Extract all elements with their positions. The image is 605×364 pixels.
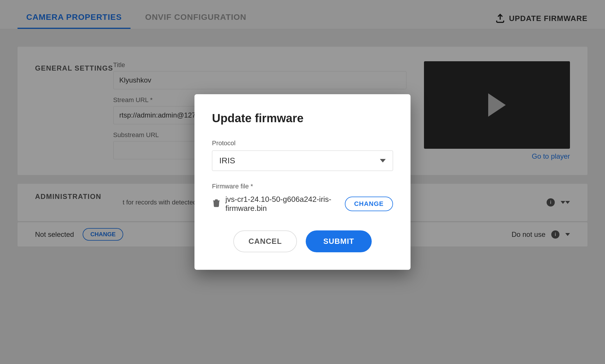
update-firmware-modal: Update firmware Protocol IRIS Firmware f…	[194, 94, 411, 270]
submit-button[interactable]: SUBMIT	[306, 230, 372, 252]
firmware-file-left: jvs-cr1-24.10-50-g606a242-iris-firmware.…	[212, 195, 345, 213]
trash-icon[interactable]	[212, 199, 221, 209]
protocol-value: IRIS	[219, 156, 235, 165]
change-firmware-button[interactable]: CHANGE	[345, 197, 393, 211]
cancel-button[interactable]: CANCEL	[233, 230, 297, 252]
firmware-file-name: jvs-cr1-24.10-50-g606a242-iris-firmware.…	[225, 195, 345, 213]
modal-actions: CANCEL SUBMIT	[212, 230, 393, 252]
protocol-label: Protocol	[212, 139, 393, 147]
modal-title: Update firmware	[212, 112, 393, 125]
firmware-file-label: Firmware file *	[212, 183, 393, 190]
protocol-chevron-icon	[380, 159, 386, 162]
protocol-select[interactable]: IRIS	[212, 150, 393, 171]
firmware-file-row: jvs-cr1-24.10-50-g606a242-iris-firmware.…	[212, 195, 393, 213]
